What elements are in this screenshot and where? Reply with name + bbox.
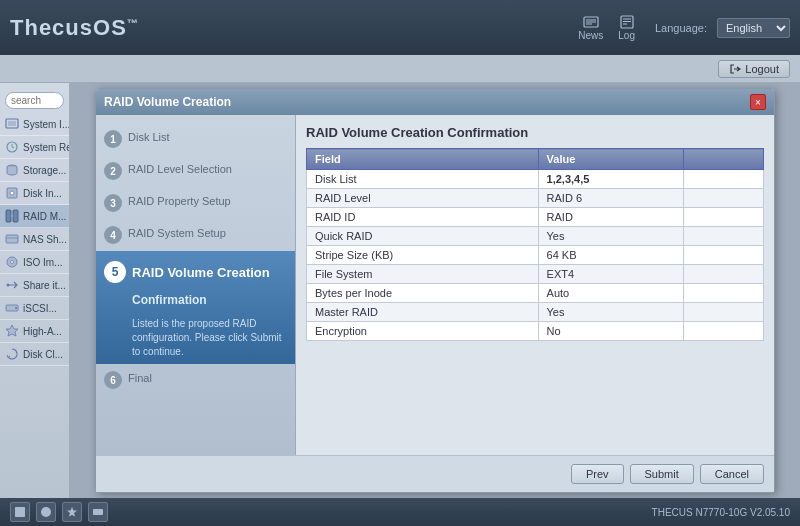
col-field: Field xyxy=(307,149,539,170)
svg-rect-24 xyxy=(15,507,25,517)
right-panel: RAID Volume Creation Confirmation Field … xyxy=(296,115,774,455)
main-area: System I... System Re... Storage... Disk… xyxy=(0,83,800,498)
step-4-num: 4 xyxy=(104,226,122,244)
empty-cell xyxy=(684,227,764,246)
value-cell: Auto xyxy=(538,284,683,303)
news-button[interactable]: News xyxy=(578,15,603,41)
empty-cell xyxy=(684,208,764,227)
modal-title: RAID Volume Creation xyxy=(104,95,231,109)
modal-titlebar: RAID Volume Creation × xyxy=(96,89,774,115)
wizard-step-6: 6 Final xyxy=(96,364,295,396)
table-row: Stripe Size (KB)64 KB xyxy=(307,246,764,265)
field-cell: Stripe Size (KB) xyxy=(307,246,539,265)
table-row: Master RAIDYes xyxy=(307,303,764,322)
wizard-step-4: 4 RAID System Setup xyxy=(96,219,295,251)
modal-close-button[interactable]: × xyxy=(750,94,766,110)
table-row: Bytes per InodeAuto xyxy=(307,284,764,303)
footer-icon-4[interactable] xyxy=(88,502,108,522)
step-6-num: 6 xyxy=(104,371,122,389)
col-empty xyxy=(684,149,764,170)
news-label: News xyxy=(578,30,603,41)
step-5-title: RAID Volume Creation xyxy=(132,265,270,280)
step-3-label: RAID Property Setup xyxy=(128,194,231,207)
logout-button[interactable]: Logout xyxy=(718,60,790,78)
prev-button[interactable]: Prev xyxy=(571,464,624,484)
sidebar-item-higha-label: High-A... xyxy=(23,326,62,337)
step-6-label: Final xyxy=(128,371,152,384)
sidebar-item-raid[interactable]: RAID M... xyxy=(0,205,69,228)
iso-icon xyxy=(5,255,19,269)
header-icons: News Log xyxy=(578,15,635,41)
modal-footer: Prev Submit Cancel xyxy=(96,455,774,492)
step-5-num: 5 xyxy=(104,261,126,283)
systemre-icon xyxy=(5,140,19,154)
table-row: Disk List1,2,3,4,5 xyxy=(307,170,764,189)
value-cell: RAID xyxy=(538,208,683,227)
step-2-num: 2 xyxy=(104,162,122,180)
col-value: Value xyxy=(538,149,683,170)
log-button[interactable]: Log xyxy=(618,15,635,41)
sidebar-item-iscsi-label: iSCSI... xyxy=(23,303,57,314)
svg-point-13 xyxy=(10,191,14,195)
field-cell: RAID ID xyxy=(307,208,539,227)
language-label: Language: xyxy=(655,22,707,34)
empty-cell xyxy=(684,284,764,303)
empty-cell xyxy=(684,322,764,341)
sidebar-item-storage[interactable]: Storage... xyxy=(0,159,69,182)
table-row: RAID LevelRAID 6 xyxy=(307,189,764,208)
sidebar-item-nas[interactable]: NAS Sh... xyxy=(0,228,69,251)
cancel-button[interactable]: Cancel xyxy=(700,464,764,484)
value-cell: 1,2,3,4,5 xyxy=(538,170,683,189)
sidebar-item-share[interactable]: Share it... xyxy=(0,274,69,297)
raid-modal: RAID Volume Creation × 1 Disk List 2 RAI… xyxy=(95,88,775,493)
confirmation-table: Field Value Disk List1,2,3,4,5RAID Level… xyxy=(306,148,764,341)
svg-rect-26 xyxy=(93,509,103,515)
storage-icon xyxy=(5,163,19,177)
field-cell: Bytes per Inode xyxy=(307,284,539,303)
svg-point-20 xyxy=(11,261,14,264)
table-row: Quick RAIDYes xyxy=(307,227,764,246)
modal-overlay: RAID Volume Creation × 1 Disk List 2 RAI… xyxy=(70,83,800,498)
svg-point-23 xyxy=(15,307,17,309)
higha-icon xyxy=(5,324,19,338)
sidebar-item-iso[interactable]: ISO Im... xyxy=(0,251,69,274)
system-icon xyxy=(5,117,19,131)
value-cell: Yes xyxy=(538,227,683,246)
submit-button[interactable]: Submit xyxy=(630,464,694,484)
field-cell: File System xyxy=(307,265,539,284)
sidebar-search[interactable] xyxy=(5,92,64,109)
logo: ThecusOS™ xyxy=(10,15,139,41)
language-select[interactable]: English 中文 日本語 Deutsch Français xyxy=(717,18,790,38)
table-row: EncryptionNo xyxy=(307,322,764,341)
sidebar-item-higha[interactable]: High-A... xyxy=(0,320,69,343)
value-cell: No xyxy=(538,322,683,341)
sidebar-item-iscsi[interactable]: iSCSI... xyxy=(0,297,69,320)
modal-body: 1 Disk List 2 RAID Level Selection 3 RAI… xyxy=(96,115,774,455)
wizard-step-3: 3 RAID Property Setup xyxy=(96,187,295,219)
sidebar-item-diskcl[interactable]: Disk Cl... xyxy=(0,343,69,366)
empty-cell xyxy=(684,246,764,265)
table-row: File SystemEXT4 xyxy=(307,265,764,284)
footer-icon-2[interactable] xyxy=(36,502,56,522)
sidebar-item-systemre[interactable]: System Re... xyxy=(0,136,69,159)
value-cell: Yes xyxy=(538,303,683,322)
footer-icons xyxy=(10,502,108,522)
step-2-label: RAID Level Selection xyxy=(128,162,232,175)
content-area: RAID Volume Creation × 1 Disk List 2 RAI… xyxy=(70,83,800,498)
iscsi-icon xyxy=(5,301,19,315)
step-1-label: Disk List xyxy=(128,130,170,143)
sidebar-item-system[interactable]: System I... xyxy=(0,113,69,136)
sidebar-item-diskin[interactable]: Disk In... xyxy=(0,182,69,205)
sidebar-item-systemre-label: System Re... xyxy=(23,142,69,153)
svg-point-25 xyxy=(41,507,51,517)
step-5-desc: Listed is the proposed RAID configuratio… xyxy=(132,317,287,359)
sidebar-item-raid-label: RAID M... xyxy=(23,211,66,222)
empty-cell xyxy=(684,303,764,322)
svg-point-21 xyxy=(7,284,10,287)
footer-icon-3[interactable] xyxy=(62,502,82,522)
footer-icon-1[interactable] xyxy=(10,502,30,522)
wizard-step-5: 5 RAID Volume Creation Confirmation List… xyxy=(96,251,295,364)
step-5-header: 5 RAID Volume Creation xyxy=(104,261,270,283)
step-1-num: 1 xyxy=(104,130,122,148)
wizard-step-2: 2 RAID Level Selection xyxy=(96,155,295,187)
